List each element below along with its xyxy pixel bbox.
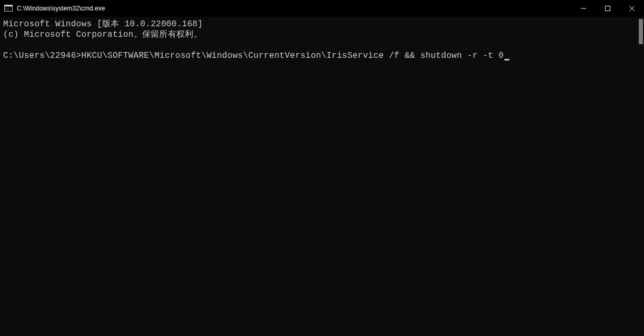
svg-rect-1 [5,5,13,7]
prompt: C:\Users\22946> [3,51,82,60]
minimize-button[interactable] [571,0,596,17]
cursor [504,59,509,60]
terminal-output: Microsoft Windows [版本 10.0.22000.168] (c… [3,19,641,61]
close-button[interactable] [620,0,644,17]
command-input[interactable]: HKCU\SOFTWARE\Microsoft\Windows\CurrentV… [82,51,504,60]
scrollbar-thumb[interactable] [639,19,643,44]
svg-text:C:\: C:\ [5,7,9,11]
svg-rect-4 [606,6,610,11]
cmd-icon: C:\ [4,4,13,13]
titlebar-left: C:\ C:\Windows\system32\cmd.exe [0,4,105,13]
window-title: C:\Windows\system32\cmd.exe [17,5,105,12]
window-controls [571,0,644,17]
banner-line-2: (c) Microsoft Corporation。保留所有权利。 [3,30,202,39]
banner-line-1: Microsoft Windows [版本 10.0.22000.168] [3,19,203,29]
titlebar[interactable]: C:\ C:\Windows\system32\cmd.exe [0,0,644,17]
maximize-button[interactable] [596,0,620,17]
terminal-area[interactable]: Microsoft Windows [版本 10.0.22000.168] (c… [0,17,644,336]
